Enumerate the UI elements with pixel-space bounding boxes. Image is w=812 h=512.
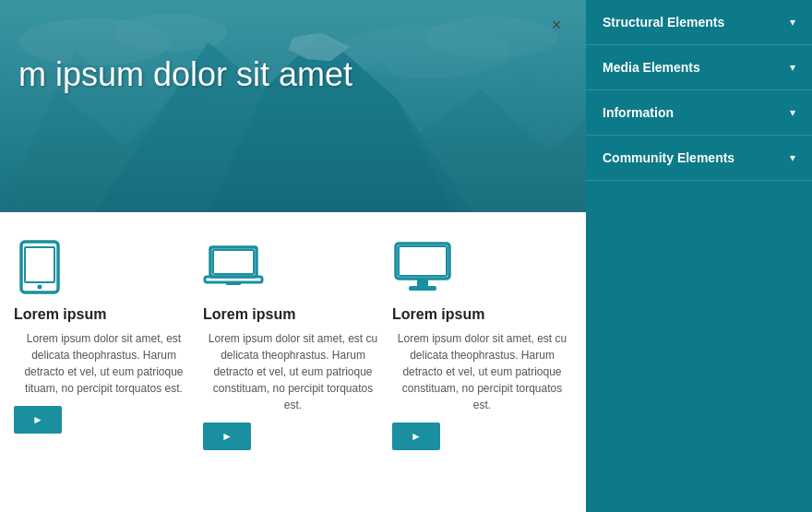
svg-rect-17	[226, 282, 241, 285]
sidebar-label-structural: Structural Elements	[603, 15, 724, 30]
chevron-down-icon-structural: ▾	[790, 16, 795, 29]
card-button-2[interactable]: ►	[392, 423, 440, 450]
card-laptop: Lorem ipsum Lorem ipsum dolor sit amet, …	[203, 240, 383, 450]
monitor-icon	[392, 240, 457, 295]
sidebar-label-media: Media Elements	[603, 60, 700, 75]
svg-rect-18	[396, 244, 449, 279]
cards-section: Lorem ipsum Lorem ipsum dolor sit amet, …	[0, 212, 586, 469]
svg-rect-15	[213, 250, 254, 274]
chevron-down-icon-community: ▾	[790, 151, 795, 164]
svg-rect-21	[409, 286, 436, 291]
close-button[interactable]: ×	[545, 14, 567, 36]
sidebar-item-community[interactable]: Community Elements ▾	[586, 136, 812, 181]
sidebar: Structural Elements ▾ Media Elements ▾ I…	[586, 0, 812, 512]
sidebar-label-community: Community Elements	[603, 150, 734, 165]
card-title-1: Lorem ipsum	[203, 306, 295, 323]
sidebar-item-information[interactable]: Information ▾	[586, 90, 812, 136]
card-title-2: Lorem ipsum	[392, 306, 484, 323]
svg-rect-19	[399, 246, 447, 276]
svg-rect-20	[417, 279, 428, 286]
card-text-0: Lorem ipsum dolor sit amet, est delicata…	[14, 330, 194, 397]
svg-rect-16	[205, 277, 262, 282]
chevron-down-icon-media: ▾	[790, 61, 795, 74]
card-button-1[interactable]: ►	[203, 423, 251, 450]
svg-point-13	[38, 285, 42, 290]
main-content: ×	[0, 0, 586, 512]
card-tablet: Lorem ipsum Lorem ipsum dolor sit amet, …	[14, 240, 194, 450]
tablet-icon	[14, 240, 78, 295]
card-button-0[interactable]: ►	[14, 406, 62, 434]
card-text-2: Lorem ipsum dolor sit amet, est cu delic…	[392, 330, 572, 413]
sidebar-label-information: Information	[603, 105, 674, 120]
hero-banner: m ipsum dolor sit amet	[0, 0, 586, 212]
card-title-0: Lorem ipsum	[14, 306, 106, 323]
hero-content: m ipsum dolor sit amet	[0, 0, 586, 113]
svg-rect-12	[25, 247, 54, 282]
card-text-1: Lorem ipsum dolor sit amet, est cu delic…	[203, 330, 383, 413]
svg-rect-14	[210, 247, 257, 277]
sidebar-item-media[interactable]: Media Elements ▾	[586, 45, 812, 90]
sidebar-item-structural[interactable]: Structural Elements ▾	[586, 0, 812, 45]
card-monitor: Lorem ipsum Lorem ipsum dolor sit amet, …	[392, 240, 572, 450]
hero-title: m ipsum dolor sit amet	[18, 55, 567, 94]
chevron-down-icon-information: ▾	[790, 106, 795, 119]
laptop-icon	[203, 240, 268, 295]
